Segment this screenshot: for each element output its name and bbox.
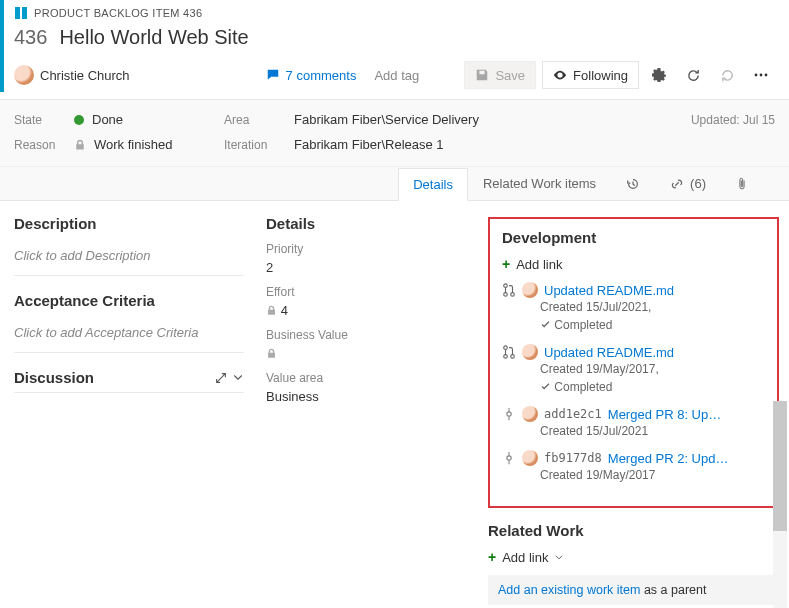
eye-icon <box>553 68 567 82</box>
dev-link[interactable]: Updated README.md <box>544 283 674 298</box>
save-icon <box>475 68 489 82</box>
development-panel: Development + Add link Updated README.md… <box>488 217 779 508</box>
svg-point-8 <box>504 346 508 350</box>
dev-item-meta: Created 15/Jul/2021, Completed <box>540 298 765 334</box>
business-value-label: Business Value <box>266 328 466 342</box>
dev-item[interactable]: fb9177d8Merged PR 2: Upd…Created 19/May/… <box>502 450 765 484</box>
pull-request-icon <box>502 283 516 297</box>
effort-label: Effort <box>266 285 466 299</box>
effort-value[interactable]: 4 <box>266 303 466 318</box>
tab-attachments[interactable] <box>721 167 763 200</box>
chevron-down-icon <box>554 552 564 562</box>
refresh-icon <box>686 68 701 83</box>
svg-point-9 <box>504 355 508 359</box>
add-existing-work-item[interactable]: Add an existing work item as a parent <box>488 575 779 605</box>
save-button: Save <box>464 61 536 89</box>
state-value[interactable]: Done <box>74 112 224 127</box>
dev-item-meta: Created 15/Jul/2021 <box>540 422 765 440</box>
area-value[interactable]: Fabrikam Fiber\Service Delivery <box>294 112 691 127</box>
reason-label: Reason <box>14 138 74 152</box>
reason-value[interactable]: Work finished <box>74 137 224 152</box>
svg-point-11 <box>507 412 511 416</box>
chevron-down-icon[interactable] <box>232 371 244 385</box>
svg-point-4 <box>765 74 768 77</box>
details-heading: Details <box>266 215 466 232</box>
svg-rect-0 <box>15 7 20 19</box>
work-item-title[interactable]: Hello World Web Site <box>59 26 248 49</box>
commit-hash: add1e2c1 <box>544 407 602 421</box>
value-area-label: Value area <box>266 371 466 385</box>
avatar <box>522 450 538 466</box>
check-icon <box>540 319 551 330</box>
commit-icon <box>502 451 516 465</box>
acceptance-heading: Acceptance Criteria <box>14 292 244 309</box>
assignee-name: Christie Church <box>40 68 130 83</box>
add-dev-link[interactable]: + Add link <box>502 256 765 272</box>
iteration-label: Iteration <box>224 138 294 152</box>
gear-icon <box>651 67 667 83</box>
dev-item[interactable]: add1e2c1Merged PR 8: Up…Created 15/Jul/2… <box>502 406 765 440</box>
backlog-item-icon <box>14 6 28 20</box>
check-icon <box>540 381 551 392</box>
assignee[interactable]: Christie Church <box>14 65 130 85</box>
dev-link[interactable]: Merged PR 8: Up… <box>608 407 721 422</box>
svg-point-5 <box>504 284 508 288</box>
lock-icon <box>266 305 277 316</box>
done-dot-icon <box>74 115 84 125</box>
commit-hash: fb9177d8 <box>544 451 602 465</box>
tab-history[interactable] <box>611 167 655 200</box>
tab-details[interactable]: Details <box>398 168 468 201</box>
more-actions-button[interactable] <box>747 61 775 89</box>
avatar <box>522 282 538 298</box>
priority-value[interactable]: 2 <box>266 260 466 275</box>
priority-label: Priority <box>266 242 466 256</box>
comment-icon <box>266 68 280 82</box>
pull-request-icon <box>502 345 516 359</box>
attachment-icon <box>736 177 748 191</box>
description-heading: Description <box>14 215 244 232</box>
dev-link[interactable]: Merged PR 2: Upd… <box>608 451 729 466</box>
following-button[interactable]: Following <box>542 61 639 89</box>
svg-rect-1 <box>22 7 27 19</box>
plus-icon: + <box>488 549 496 565</box>
dev-item[interactable]: Updated README.mdCreated 19/May/2017, Co… <box>502 344 765 396</box>
comments-link[interactable]: 7 comments <box>266 68 357 83</box>
settings-button[interactable] <box>645 61 673 89</box>
acceptance-placeholder[interactable]: Click to add Acceptance Criteria <box>14 319 244 346</box>
history-icon <box>626 177 640 191</box>
add-tag[interactable]: Add tag <box>374 68 419 83</box>
development-heading: Development <box>502 229 765 246</box>
commit-icon <box>502 407 516 421</box>
svg-point-12 <box>507 456 511 460</box>
ellipsis-icon <box>753 67 769 83</box>
lock-icon <box>266 348 277 359</box>
svg-point-2 <box>755 74 758 77</box>
discussion-heading: Discussion <box>14 369 94 386</box>
refresh-button[interactable] <box>679 61 707 89</box>
tab-links[interactable]: (6) <box>655 167 721 200</box>
dev-item-meta: Created 19/May/2017 <box>540 466 765 484</box>
undo-button[interactable] <box>713 61 741 89</box>
avatar <box>522 406 538 422</box>
plus-icon: + <box>502 256 510 272</box>
dev-link[interactable]: Updated README.md <box>544 345 674 360</box>
svg-point-10 <box>511 355 515 359</box>
iteration-value[interactable]: Fabrikam Fiber\Release 1 <box>294 137 691 152</box>
avatar <box>522 344 538 360</box>
link-icon <box>670 177 684 191</box>
dev-item-meta: Created 19/May/2017, Completed <box>540 360 765 396</box>
value-area-value[interactable]: Business <box>266 389 466 404</box>
work-item-id: 436 <box>14 26 47 49</box>
description-placeholder[interactable]: Click to add Description <box>14 242 244 269</box>
state-label: State <box>14 113 74 127</box>
area-label: Area <box>224 113 294 127</box>
business-value-value[interactable] <box>266 346 466 361</box>
svg-point-3 <box>760 74 763 77</box>
lock-icon <box>74 139 86 151</box>
tab-related-work[interactable]: Related Work items <box>468 167 611 200</box>
svg-point-7 <box>511 293 515 297</box>
dev-item[interactable]: Updated README.mdCreated 15/Jul/2021, Co… <box>502 282 765 334</box>
add-related-link[interactable]: + Add link <box>488 549 779 565</box>
svg-point-6 <box>504 293 508 297</box>
expand-icon[interactable] <box>214 371 228 385</box>
